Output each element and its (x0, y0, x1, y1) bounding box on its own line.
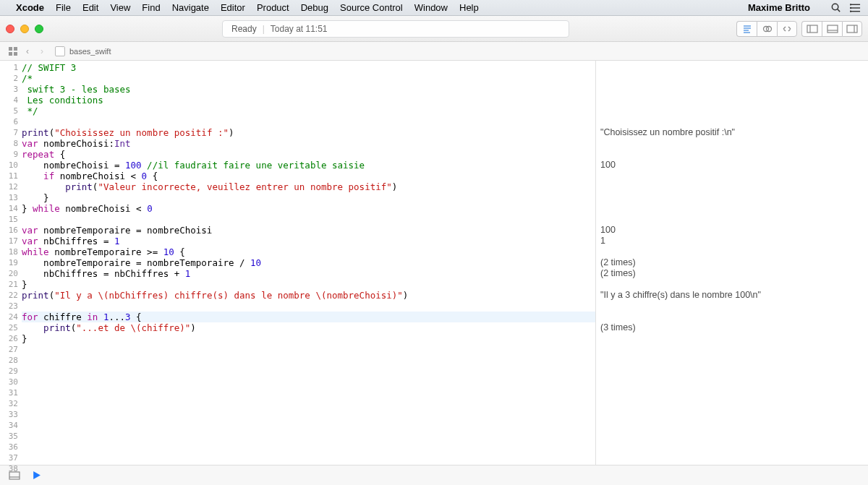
standard-editor-button[interactable] (736, 21, 757, 37)
code-line[interactable]: nombreTemporaire = nombreTemporaire / 10 (22, 257, 595, 268)
svg-rect-23 (14, 52, 17, 56)
window-minimize-button[interactable] (20, 25, 29, 33)
code-line[interactable]: Les conditions (22, 95, 595, 106)
result-line (600, 312, 868, 322)
code-line[interactable] (22, 442, 595, 452)
code-line[interactable] (22, 377, 595, 387)
code-line[interactable] (22, 344, 595, 355)
result-line: "Il y a 3 chiffre(s) dans le nombre 100\… (600, 290, 868, 301)
nav-back-button[interactable]: ‹ (20, 45, 35, 58)
menubar: Xcode File Edit View Find Navigate Edito… (0, 0, 868, 16)
toggle-right-panel-button[interactable] (842, 21, 862, 37)
result-line (600, 246, 868, 257)
code-line[interactable]: var nbChiffres = 1 (22, 236, 595, 246)
code-line[interactable]: nombreChoisi = 100 //il faudrait faire u… (22, 160, 595, 171)
code-line[interactable] (22, 366, 595, 377)
breadcrumb-file[interactable]: bases_swift (69, 47, 111, 56)
result-line (600, 106, 868, 116)
menu-extras-icon[interactable] (850, 3, 861, 13)
code-line[interactable]: } (22, 279, 595, 290)
code-line[interactable]: print("Il y a \(nbChiffres) chiffre(s) d… (22, 290, 595, 301)
svg-point-6 (850, 7, 851, 8)
menu-navigate[interactable]: Navigate (172, 2, 209, 13)
svg-point-0 (832, 4, 838, 9)
code-line[interactable]: } while nombreChoisi < 0 (22, 203, 595, 214)
app-menu[interactable]: Xcode (16, 2, 44, 13)
window-zoom-button[interactable] (35, 25, 43, 33)
code-line[interactable]: */ (22, 106, 595, 116)
code-line[interactable]: /* (22, 73, 595, 84)
result-line: 100 (600, 225, 868, 236)
result-line (600, 344, 868, 355)
code-editor[interactable]: // SWIFT 3/* swift 3 - les bases Les con… (22, 61, 596, 465)
code-line[interactable] (22, 387, 595, 398)
toggle-bottom-panel-button[interactable] (822, 21, 842, 37)
code-line[interactable]: print("...et de \(chiffre)") (22, 322, 595, 333)
result-line (600, 442, 868, 452)
result-line (600, 377, 868, 387)
toggle-debug-area-button[interactable] (6, 468, 23, 483)
code-line[interactable] (22, 214, 595, 225)
result-line (600, 116, 868, 127)
svg-rect-20 (9, 47, 12, 51)
code-line[interactable]: nbChiffres = nbChiffres + 1 (22, 268, 595, 279)
user-name[interactable]: Maxime Britto (748, 2, 810, 13)
code-line[interactable]: var nombreChoisi:Int (22, 138, 595, 149)
svg-line-1 (838, 9, 840, 12)
toggle-left-panel-button[interactable] (801, 21, 822, 37)
editor-area: 1234567891011121314151617181920212223242… (0, 61, 868, 465)
playground-results-sidebar[interactable]: "Choisissez un nombre positif :\n"100100… (596, 61, 868, 465)
menu-view[interactable]: View (110, 2, 130, 13)
svg-rect-18 (847, 25, 857, 33)
code-line[interactable] (22, 301, 595, 312)
result-line: (2 times) (600, 268, 868, 279)
code-line[interactable]: var nombreTemporaire = nombreChoisi (22, 225, 595, 236)
menu-find[interactable]: Find (142, 2, 160, 13)
version-editor-button[interactable] (777, 21, 797, 37)
svg-rect-22 (9, 52, 12, 56)
code-line[interactable]: print("Valeur incorrecte, veuillez entre… (22, 181, 595, 192)
menu-debug[interactable]: Debug (301, 2, 328, 13)
menu-edit[interactable]: Edit (82, 2, 98, 13)
jump-bar: ‹ › bases_swift (0, 42, 868, 61)
code-line[interactable] (22, 398, 595, 409)
result-line (600, 62, 868, 73)
spotlight-icon[interactable] (830, 2, 841, 13)
menu-product[interactable]: Product (257, 2, 289, 13)
result-line (600, 301, 868, 312)
code-line[interactable]: for chiffre in 1...3 { (22, 312, 595, 322)
code-line[interactable] (22, 463, 595, 474)
code-line[interactable] (22, 452, 595, 463)
code-line[interactable] (22, 431, 595, 442)
code-line[interactable] (22, 355, 595, 366)
nav-forward-button[interactable]: › (35, 45, 49, 58)
code-line[interactable]: } (22, 192, 595, 203)
code-line[interactable]: // SWIFT 3 (22, 62, 595, 73)
result-line (600, 149, 868, 160)
code-line[interactable]: while nombreTemporaire >= 10 { (22, 246, 595, 257)
line-number-gutter[interactable]: 1234567891011121314151617181920212223242… (0, 61, 22, 465)
result-line (600, 452, 868, 463)
assistant-editor-button[interactable] (757, 21, 777, 37)
code-line[interactable] (22, 116, 595, 127)
menu-file[interactable]: File (56, 2, 71, 13)
result-line (600, 279, 868, 290)
code-line[interactable]: } (22, 333, 595, 344)
menu-source-control[interactable]: Source Control (340, 2, 403, 13)
code-line[interactable]: if nombreChoisi < 0 { (22, 171, 595, 181)
menu-editor[interactable]: Editor (221, 2, 245, 13)
window-close-button[interactable] (6, 25, 14, 33)
code-line[interactable] (22, 409, 595, 420)
file-icon (55, 46, 65, 56)
menu-help[interactable]: Help (459, 2, 479, 13)
menu-window[interactable]: Window (414, 2, 448, 13)
code-line[interactable] (22, 420, 595, 431)
related-items-button[interactable] (6, 45, 20, 58)
svg-point-5 (850, 4, 851, 4)
code-line[interactable]: swift 3 - les bases (22, 84, 595, 95)
traffic-lights (6, 25, 43, 33)
code-line[interactable]: print("Choisissez un nombre positif :") (22, 127, 595, 138)
activity-status: Ready | Today at 11:51 (222, 20, 569, 38)
result-line (600, 431, 868, 442)
code-line[interactable]: repeat { (22, 149, 595, 160)
